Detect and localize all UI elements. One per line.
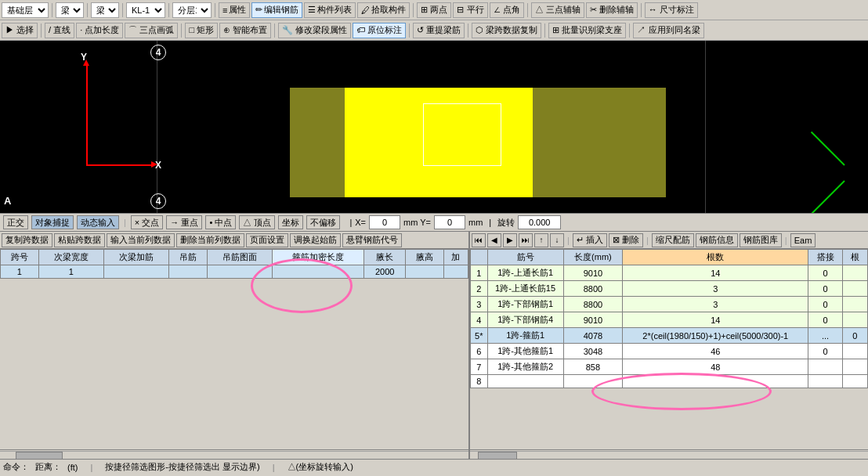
right-table-row-5[interactable]: 5* 1跨-箍筋1 4078 2*(ceil(1980/150)+1)+ceil… — [471, 328, 868, 344]
copy-span-btn[interactable]: ⬡ 梁跨数据复制 — [472, 23, 541, 38]
delete-aux-btn[interactable]: ✂ 删除辅轴 — [586, 2, 638, 18]
cell-sec-beam-width-1[interactable] — [103, 265, 168, 279]
right-h-scrollbar-thumb[interactable] — [478, 452, 517, 460]
rebar-lib-btn[interactable]: 钢筋图库 — [740, 233, 782, 247]
edit-icon: ✏ — [255, 5, 262, 15]
intersection-btn[interactable]: × 交点 — [131, 215, 163, 229]
left-scroll-h[interactable] — [0, 449, 468, 459]
cell-splice-8[interactable] — [808, 375, 842, 388]
batch-identify-btn[interactable]: ⊞ 批量识别梁支座 — [548, 23, 626, 38]
right-table-row-6[interactable]: 6 1跨-其他箍筋1 3048 46 0 — [471, 344, 868, 359]
right-table-row-1[interactable]: 1 1跨-上通长筋1 9010 14 0 — [471, 265, 868, 281]
copy-span-data-btn[interactable]: 复制跨数据 — [2, 233, 52, 247]
eam-btn[interactable]: Eam — [790, 233, 816, 247]
right-delete-btn[interactable]: ⊠ 删除 — [609, 233, 643, 247]
paste-span-data-btn[interactable]: 粘贴跨数据 — [54, 233, 105, 247]
beam-select[interactable]: 梁 — [91, 2, 119, 18]
x-label: X= — [355, 218, 366, 227]
three-point-btn[interactable]: △ 三点辅轴 — [531, 2, 584, 18]
property-btn[interactable]: ≡ 属性 — [219, 2, 250, 18]
cell-sec-beam-rebar-1[interactable] — [168, 265, 207, 279]
cell-count-7[interactable]: 48 — [623, 359, 808, 375]
cell-length-8[interactable] — [563, 375, 623, 388]
delete-col-data-btn[interactable]: 删除当前列数据 — [176, 233, 244, 247]
right-table-row-8[interactable]: 8 — [471, 375, 868, 388]
scale-rebar-btn[interactable]: 缩尺配筋 — [652, 233, 694, 247]
input-col-data-btn[interactable]: 输入当前列数据 — [107, 233, 175, 247]
kl-select[interactable]: KL-1 — [126, 2, 165, 18]
right-table-row-7[interactable]: 7 1跨-其他箍筋2 858 48 — [471, 359, 868, 375]
vertex-btn[interactable]: △ 顶点 — [239, 215, 275, 229]
cell-count-8[interactable] — [623, 375, 808, 388]
cell-span-no-1[interactable]: 1 — [38, 265, 103, 279]
point-angle-btn[interactable]: ∠ 点角 — [490, 2, 524, 18]
cell-count-3[interactable]: 3 — [623, 297, 808, 312]
repull-btn[interactable]: ↺ 重提梁筋 — [413, 23, 465, 38]
nav-last-btn[interactable]: ⏭ — [519, 233, 533, 247]
h-scrollbar-thumb[interactable] — [16, 452, 63, 460]
midpoint-btn[interactable]: → 重点 — [166, 215, 202, 229]
right-table-scroll[interactable]: 筋号 长度(mm) 根数 搭接 根 1 1跨-上通长筋1 9010 — [470, 249, 868, 388]
dimension-btn[interactable]: ↔ 尺寸标注 — [645, 2, 698, 18]
cell-count-1[interactable]: 14 — [623, 265, 808, 281]
nav-first-btn[interactable]: ⏮ — [472, 233, 486, 247]
left-table-header-row: 跨号 次梁宽度 次梁加筋 吊筋 吊筋图面 箍筋加密长度 腋长 腋高 加 — [1, 250, 468, 265]
cell-splice-5[interactable]: ... — [808, 328, 842, 344]
cell-hanger-1[interactable] — [207, 265, 272, 279]
cell-count-4[interactable]: 14 — [623, 312, 808, 328]
nav-down-btn[interactable]: ↓ — [550, 233, 564, 247]
dynamic-input-btn[interactable]: 动态输入 — [77, 215, 119, 229]
cell-root-4 — [842, 312, 867, 328]
three-arc-btn[interactable]: ⌒ 三点画弧 — [125, 23, 178, 38]
cell-wing-height-1[interactable] — [443, 265, 468, 279]
sublayer-select[interactable]: 分层1 — [172, 2, 212, 18]
coord-btn[interactable]: 坐标 — [278, 215, 303, 229]
point-length-btn[interactable]: · 点加长度 — [76, 23, 123, 38]
page-setup-btn[interactable]: 页面设置 — [246, 233, 288, 247]
h-scrollbar-track[interactable] — [0, 451, 468, 459]
nav-up-btn[interactable]: ↑ — [534, 233, 548, 247]
select-btn[interactable]: ▶ 选择 — [2, 23, 38, 38]
swap-start-btn[interactable]: 调换起始筋 — [290, 233, 341, 247]
left-table-row-1[interactable]: 1 1 2000 — [1, 265, 468, 279]
beam-type-select[interactable]: 梁 — [56, 2, 84, 18]
cell-wing-length-1[interactable] — [405, 265, 443, 279]
in-place-label-btn[interactable]: 🏷 原位标注 — [353, 23, 406, 38]
cell-count-5[interactable]: 2*(ceil(1980/150)+1)+ceil(5000/300)-1 — [623, 328, 808, 344]
snap-btn[interactable]: 对象捕捉 — [31, 215, 74, 229]
edit-rebar-btn[interactable]: ✏ 编辑钢筋 — [251, 2, 302, 18]
line-btn[interactable]: / 直线 — [45, 23, 74, 38]
nav-next-btn[interactable]: ▶ — [503, 233, 517, 247]
cell-hanger-fig-1[interactable] — [272, 265, 364, 279]
cell-num-8: 8 — [471, 375, 488, 388]
rect-btn[interactable]: □ 矩形 — [185, 23, 218, 38]
parallel-btn[interactable]: ⊟ 平行 — [453, 2, 487, 18]
rotate-input[interactable] — [518, 215, 561, 229]
cell-count-2[interactable]: 3 — [623, 281, 808, 297]
cell-rebar-no-8[interactable] — [487, 375, 563, 388]
right-table-row-3[interactable]: 3 1跨-下部钢筋1 8800 3 0 — [471, 297, 868, 312]
cantilever-code-btn[interactable]: 悬臂钢筋代号 — [342, 233, 402, 247]
apply-same-name-btn[interactable]: ↗ 应用到同名梁 — [633, 23, 703, 38]
right-h-scrollbar-track[interactable] — [470, 451, 868, 459]
x-input[interactable] — [369, 215, 400, 229]
nav-prev-btn[interactable]: ◀ — [487, 233, 501, 247]
modify-beam-btn[interactable]: 🔧 修改梁段属性 — [278, 23, 351, 38]
center-point-btn[interactable]: • 中点 — [205, 215, 236, 229]
rebar-info-btn[interactable]: 钢筋信息 — [696, 233, 738, 247]
two-point-btn[interactable]: ⊞ 两点 — [417, 2, 451, 18]
insert-btn[interactable]: ↵ 插入 — [573, 233, 607, 247]
component-list-btn[interactable]: ☰ 构件列表 — [304, 2, 356, 18]
no-offset-btn[interactable]: 不偏移 — [306, 215, 340, 229]
cell-count-6[interactable]: 46 — [623, 344, 808, 359]
right-scroll-h[interactable] — [470, 449, 868, 459]
right-table-row-2[interactable]: 2 1跨-上通长筋15 8800 3 0 — [471, 281, 868, 297]
orthogonal-btn[interactable]: 正交 — [3, 215, 28, 229]
smart-layout-btn[interactable]: ⊕ 智能布置 — [219, 23, 271, 38]
y-input[interactable] — [434, 215, 465, 229]
cell-stirrup-dense-1[interactable]: 2000 — [364, 265, 406, 279]
right-table-row-4[interactable]: 4 1跨-下部钢筋4 9010 14 0 — [471, 312, 868, 328]
left-table-scroll[interactable]: 跨号 次梁宽度 次梁加筋 吊筋 吊筋图面 箍筋加密长度 腋长 腋高 加 — [0, 249, 468, 279]
pick-component-btn[interactable]: 🖊 拾取构件 — [357, 2, 410, 18]
floor-layer-select[interactable]: 基础层 — [2, 2, 49, 18]
